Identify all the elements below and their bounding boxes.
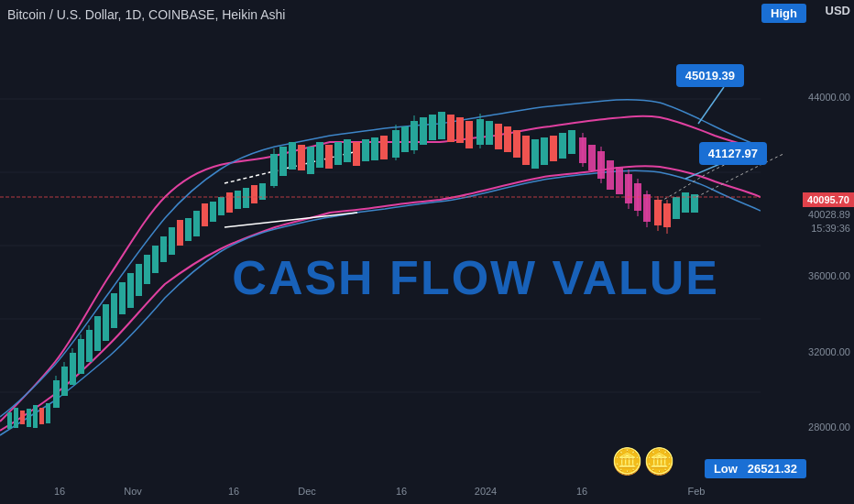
- svg-rect-73: [486, 121, 493, 145]
- x-label-16-jan: 16: [576, 486, 587, 497]
- svg-rect-13: [39, 408, 44, 424]
- current-price-red: 40095.70: [803, 192, 854, 207]
- svg-rect-65: [420, 117, 427, 145]
- x-label-16-nov: 16: [228, 486, 239, 497]
- chart-container: Bitcoin / U.S. Dollar, 1D, COINBASE, Hei…: [0, 0, 854, 504]
- price-28000: 28000.00: [808, 422, 850, 433]
- svg-rect-40: [218, 197, 224, 215]
- svg-rect-37: [193, 211, 200, 236]
- svg-rect-12: [33, 405, 38, 428]
- price-44000: 44000.00: [808, 92, 850, 103]
- svg-rect-48: [279, 147, 287, 176]
- svg-rect-51: [307, 147, 314, 174]
- svg-rect-28: [119, 282, 126, 314]
- price-36000: 36000.00: [808, 270, 850, 281]
- svg-rect-89: [616, 167, 623, 194]
- svg-rect-100: [673, 197, 680, 219]
- svg-rect-67: [438, 112, 445, 139]
- svg-rect-81: [559, 133, 566, 159]
- svg-rect-58: [371, 137, 378, 160]
- price-32000: 32000.00: [808, 346, 850, 357]
- svg-rect-26: [103, 304, 109, 341]
- low-value: 26521.32: [748, 462, 797, 476]
- price-callout-high: 45019.39: [676, 64, 744, 87]
- x-label-16-dec: 16: [396, 486, 407, 497]
- svg-rect-75: [504, 126, 511, 152]
- x-label-dec: Dec: [298, 486, 316, 497]
- svg-rect-55: [344, 139, 351, 162]
- high-badge: High: [761, 4, 806, 23]
- svg-rect-85: [588, 145, 596, 170]
- svg-rect-11: [27, 409, 31, 427]
- currency-label: USD: [826, 4, 850, 17]
- svg-rect-49: [289, 142, 296, 170]
- svg-rect-52: [316, 142, 323, 168]
- svg-rect-57: [362, 139, 369, 161]
- svg-rect-54: [334, 142, 342, 165]
- svg-rect-35: [177, 220, 183, 246]
- svg-rect-80: [550, 136, 557, 161]
- svg-rect-82: [568, 130, 575, 154]
- svg-rect-0: [0, 27, 761, 467]
- price-callout-lower: 41127.97: [699, 142, 767, 165]
- svg-rect-62: [401, 126, 409, 152]
- svg-rect-33: [160, 236, 167, 262]
- svg-rect-70: [465, 121, 473, 148]
- svg-rect-31: [144, 255, 150, 284]
- svg-rect-78: [531, 139, 539, 169]
- watermark-text: CASH FLOW VALUE: [232, 250, 719, 305]
- svg-rect-50: [298, 145, 305, 170]
- svg-rect-9: [14, 408, 18, 428]
- svg-rect-56: [353, 142, 360, 166]
- svg-rect-53: [325, 145, 333, 169]
- chart-title: Bitcoin / U.S. Dollar, 1D, COINBASE, Hei…: [7, 7, 285, 22]
- svg-rect-79: [541, 137, 548, 165]
- x-label-feb: Feb: [688, 486, 706, 497]
- svg-rect-59: [380, 136, 388, 159]
- svg-rect-42: [235, 191, 241, 209]
- svg-rect-36: [185, 218, 192, 241]
- svg-rect-34: [169, 227, 175, 255]
- svg-rect-74: [495, 124, 502, 149]
- svg-rect-68: [447, 115, 454, 142]
- svg-rect-41: [226, 192, 233, 213]
- svg-rect-8: [7, 412, 12, 429]
- x-label-nov: Nov: [124, 486, 142, 497]
- chart-header: Bitcoin / U.S. Dollar, 1D, COINBASE, Hei…: [7, 7, 285, 22]
- svg-rect-44: [251, 185, 257, 203]
- x-label-2024: 2024: [475, 486, 497, 497]
- svg-rect-29: [127, 273, 134, 308]
- svg-rect-69: [456, 117, 464, 143]
- svg-rect-10: [20, 411, 25, 424]
- svg-rect-77: [522, 136, 530, 165]
- svg-rect-66: [429, 115, 436, 140]
- time-label: 15:39:36: [811, 223, 850, 234]
- svg-rect-88: [607, 160, 614, 190]
- svg-rect-32: [152, 246, 159, 273]
- low-badge: Low 26521.32: [705, 459, 806, 478]
- svg-rect-39: [210, 202, 216, 222]
- x-label-16-oct: 16: [54, 486, 65, 497]
- svg-rect-30: [136, 264, 142, 296]
- svg-rect-27: [111, 293, 117, 328]
- svg-rect-14: [46, 403, 50, 423]
- svg-rect-101: [682, 192, 689, 213]
- svg-rect-76: [513, 130, 520, 158]
- low-label: Low: [714, 462, 738, 476]
- svg-rect-25: [94, 316, 101, 351]
- coins-icon: 🪙🪙: [611, 446, 675, 477]
- svg-rect-43: [243, 188, 249, 208]
- svg-rect-38: [202, 203, 208, 226]
- price-blue: 40028.89: [808, 209, 850, 220]
